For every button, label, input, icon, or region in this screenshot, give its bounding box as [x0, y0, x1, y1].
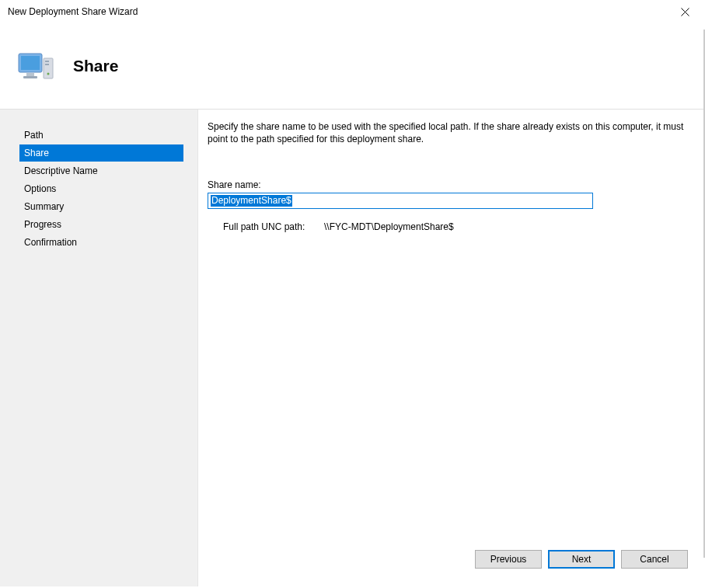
sidebar-item-summary[interactable]: Summary — [19, 198, 183, 215]
share-name-label: Share name: — [208, 179, 691, 190]
instruction-text: Specify the share name to be used with t… — [208, 120, 691, 145]
svg-point-9 — [47, 73, 50, 75]
footer-buttons: Previous Next Cancel — [198, 532, 705, 586]
footer-sidebar-spacer — [0, 532, 198, 586]
close-button[interactable] — [671, 1, 699, 23]
computer-icon — [16, 47, 53, 85]
svg-rect-3 — [21, 56, 40, 70]
sidebar-item-progress[interactable]: Progress — [19, 216, 183, 233]
next-button[interactable]: Next — [548, 550, 615, 569]
unc-path-value: \\FYC-MDT\DeploymentShare$ — [324, 221, 454, 232]
page-title: Share — [73, 57, 118, 75]
wizard-footer: Previous Next Cancel — [0, 532, 705, 586]
sidebar-item-path[interactable]: Path — [19, 127, 183, 144]
wizard-steps-sidebar: Path Share Descriptive Name Options Summ… — [0, 110, 198, 532]
svg-rect-8 — [45, 64, 49, 65]
svg-rect-5 — [23, 76, 37, 78]
titlebar: New Deployment Share Wizard — [0, 0, 705, 23]
unc-path-label: Full path UNC path: — [223, 221, 324, 232]
wizard-header: Share — [0, 23, 705, 109]
cancel-button[interactable]: Cancel — [621, 550, 688, 569]
sidebar-item-confirmation[interactable]: Confirmation — [19, 234, 183, 251]
previous-button[interactable]: Previous — [475, 550, 542, 569]
wizard-body: Path Share Descriptive Name Options Summ… — [0, 109, 705, 532]
share-name-input[interactable]: DeploymentShare$ — [208, 193, 593, 209]
sidebar-item-options[interactable]: Options — [19, 180, 183, 197]
unc-path-row: Full path UNC path: \\FYC-MDT\Deployment… — [208, 221, 691, 232]
close-icon — [681, 8, 689, 16]
svg-rect-7 — [45, 61, 49, 62]
sidebar-item-share[interactable]: Share — [19, 144, 183, 162]
wizard-content: Specify the share name to be used with t… — [198, 110, 705, 532]
window-title: New Deployment Share Wizard — [8, 6, 138, 17]
svg-rect-4 — [26, 73, 34, 76]
share-name-value: DeploymentShare$ — [211, 195, 292, 207]
sidebar-item-descriptive-name[interactable]: Descriptive Name — [19, 162, 183, 179]
